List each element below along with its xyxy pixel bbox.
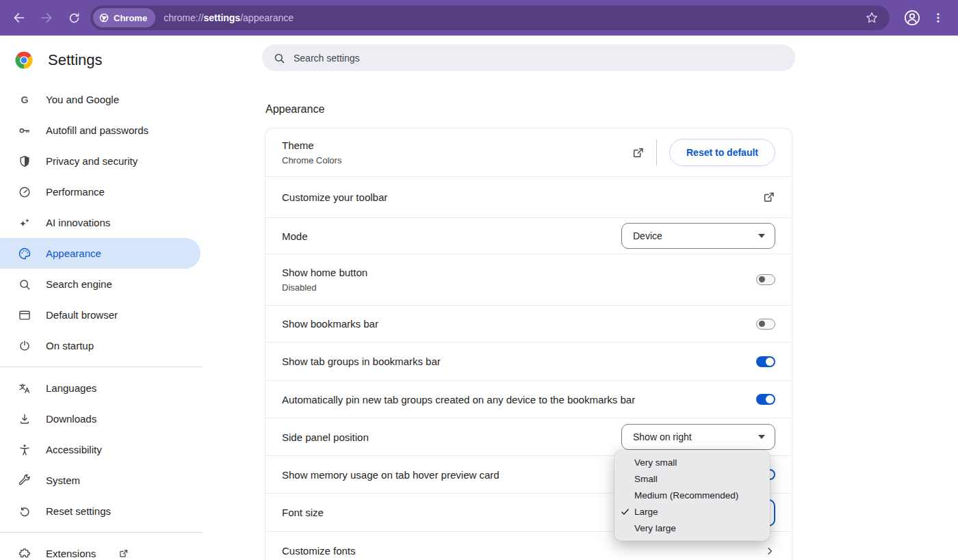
customize-toolbar-label: Customize your toolbar (282, 191, 762, 203)
forward-arrow-icon (40, 11, 53, 25)
sidebar-item-appearance[interactable]: Appearance (0, 238, 200, 269)
mode-select[interactable]: Device (621, 223, 775, 249)
show-home-button-sublabel: Disabled (282, 282, 756, 293)
show-bookmarks-bar-row: Show bookmarks bar (266, 305, 792, 342)
mode-row: Mode Device (266, 217, 792, 254)
shield-icon (18, 155, 31, 168)
show-tab-groups-row: Show tab groups in bookmarks bar (266, 342, 792, 380)
bookmark-star-button[interactable] (861, 7, 883, 29)
sidebar-item-on-startup[interactable]: On startup (0, 330, 200, 361)
sidebar-item-languages[interactable]: Languages (0, 373, 200, 403)
font-size-option-very-small[interactable]: Very small (614, 455, 770, 471)
reset-to-default-button[interactable]: Reset to default (669, 139, 775, 166)
open-in-new-icon (762, 191, 775, 204)
translate-icon (18, 382, 31, 395)
sidebar-item-accessibility[interactable]: Accessibility (0, 434, 200, 465)
font-size-dropdown-menu: Very small Small Medium (Recommended) La… (614, 450, 770, 541)
address-bar[interactable]: Chrome chrome://settings/appearance (90, 5, 890, 30)
reload-icon (67, 11, 81, 25)
caret-down-icon (758, 234, 765, 238)
sidebar-item-extensions[interactable]: Extensions (0, 538, 200, 560)
auto-pin-tab-groups-toggle[interactable] (756, 394, 775, 405)
reload-button[interactable] (60, 4, 88, 31)
profile-button[interactable] (899, 5, 925, 31)
sidebar-item-default-browser[interactable]: Default browser (0, 299, 200, 330)
chrome-badge-label: Chrome (114, 13, 147, 23)
mode-label: Mode (282, 230, 621, 242)
font-size-option-small[interactable]: Small (614, 471, 770, 488)
accessibility-person-icon (18, 443, 31, 457)
magnifier-icon (18, 278, 31, 291)
back-button[interactable] (5, 4, 33, 31)
show-bookmarks-bar-toggle[interactable] (756, 319, 775, 330)
browser-window-icon (18, 308, 31, 322)
sidebar-item-downloads[interactable]: Downloads (0, 403, 200, 434)
side-panel-position-label: Side panel position (282, 431, 621, 443)
theme-label: Theme (282, 139, 632, 151)
show-home-button-label: Show home button (282, 267, 756, 278)
settings-main: Appearance Theme Chrome Colors Reset to … (203, 36, 958, 560)
back-arrow-icon (12, 11, 26, 25)
show-tab-groups-label: Show tab groups in bookmarks bar (282, 356, 756, 367)
sidebar-item-reset-settings[interactable]: Reset settings (0, 496, 200, 526)
open-in-new-icon (118, 548, 129, 559)
speedometer-icon (18, 185, 31, 199)
google-g-icon: G (18, 93, 31, 107)
forward-button[interactable] (33, 4, 60, 31)
auto-pin-tab-groups-row: Automatically pin new tab groups created… (266, 380, 792, 418)
customize-toolbar-row[interactable]: Customize your toolbar (266, 176, 792, 217)
sidebar-item-performance[interactable]: Performance (0, 176, 200, 207)
sidebar-item-system[interactable]: System (0, 465, 200, 496)
auto-pin-tab-groups-label: Automatically pin new tab groups created… (282, 394, 756, 405)
url-text: chrome://settings/appearance (164, 12, 861, 23)
show-bookmarks-bar-label: Show bookmarks bar (282, 318, 756, 330)
browser-menu-button[interactable] (925, 5, 951, 31)
settings-sidebar: Settings G You and Google Autofill and p… (0, 36, 203, 560)
sidebar-divider (0, 366, 203, 367)
customize-fonts-label: Customize fonts (282, 545, 764, 557)
settings-search-bar[interactable] (262, 44, 795, 71)
download-icon (18, 412, 31, 426)
font-size-option-large[interactable]: Large (614, 504, 770, 520)
chrome-badge: Chrome (93, 8, 155, 27)
open-in-new-icon[interactable] (632, 146, 645, 159)
page-title: Appearance (266, 103, 324, 116)
wrench-icon (18, 474, 31, 488)
sidebar-item-privacy[interactable]: Privacy and security (0, 146, 200, 176)
key-icon (18, 124, 31, 137)
chevron-right-icon (764, 546, 775, 557)
profile-icon (903, 9, 921, 27)
palette-icon (18, 247, 31, 261)
three-dot-menu-icon (931, 11, 945, 25)
puzzle-icon (18, 547, 31, 560)
font-size-option-very-large[interactable]: Very large (614, 520, 770, 537)
vertical-divider (656, 139, 657, 165)
search-input[interactable] (294, 53, 784, 64)
search-icon (273, 52, 285, 64)
sidebar-item-autofill[interactable]: Autofill and passwords (0, 115, 200, 146)
font-size-option-medium[interactable]: Medium (Recommended) (614, 488, 770, 504)
browser-toolbar: Chrome chrome://settings/appearance (0, 0, 958, 36)
chrome-badge-logo-icon (99, 12, 109, 23)
show-home-button-toggle[interactable] (756, 274, 775, 285)
font-size-label: Font size (282, 507, 620, 518)
settings-title: Settings (48, 51, 103, 69)
chrome-logo-icon (15, 51, 33, 69)
restore-icon (18, 505, 31, 518)
side-panel-position-select[interactable]: Show on right (621, 424, 775, 450)
theme-sublabel: Chrome Colors (282, 155, 632, 165)
theme-row: Theme Chrome Colors Reset to default (266, 129, 792, 176)
side-panel-position-value: Show on right (633, 431, 692, 442)
sidebar-divider (0, 532, 203, 533)
sidebar-item-you-and-google[interactable]: G You and Google (0, 84, 200, 115)
sidebar-item-search-engine[interactable]: Search engine (0, 269, 200, 299)
show-tab-groups-toggle[interactable] (756, 356, 775, 367)
power-icon (18, 339, 31, 353)
star-icon (865, 11, 879, 25)
checkmark-icon (621, 507, 630, 516)
settings-brand: Settings (0, 36, 203, 84)
sidebar-item-ai-innovations[interactable]: AI innovations (0, 207, 200, 238)
show-home-button-row: Show home button Disabled (266, 254, 792, 305)
sparkle-icon (18, 216, 31, 230)
svg-text:G: G (21, 94, 28, 105)
